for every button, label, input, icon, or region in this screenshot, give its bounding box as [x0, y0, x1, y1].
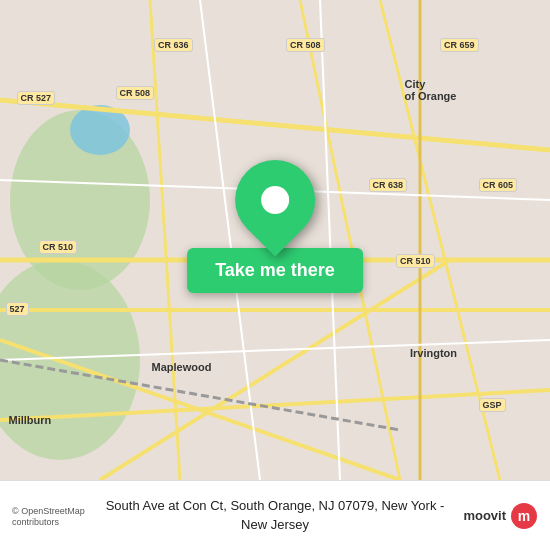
maplewood-label: Maplewood [149, 360, 215, 374]
location-text: South Ave at Con Ct, South Orange, NJ 07… [100, 497, 451, 533]
map-container[interactable]: CR 636 CR 508 CR 659 CR 527 CR 508 Cityo… [0, 0, 550, 480]
osm-attribution: © OpenStreetMap contributors [12, 505, 100, 527]
road-label-cr510-left: CR 510 [39, 240, 78, 254]
millburn-label: Millburn [6, 413, 55, 427]
map-pin [218, 143, 331, 256]
road-label-cr508-mid: CR 508 [116, 86, 155, 100]
road-label-cr638-mid: CR 638 [369, 178, 408, 192]
moovit-logo: moovit m [450, 502, 538, 530]
city-of-orange-label: Cityof Orange [402, 77, 460, 103]
road-label-gsp: GSP [479, 398, 506, 412]
road-label-cr527-left: CR 527 [17, 91, 56, 105]
road-label-cr605: CR 605 [479, 178, 518, 192]
app: CR 636 CR 508 CR 659 CR 527 CR 508 Cityo… [0, 0, 550, 550]
bottom-bar: © OpenStreetMap contributors South Ave a… [0, 480, 550, 550]
svg-text:m: m [518, 508, 530, 524]
pin-button-container: Take me there [187, 160, 363, 293]
moovit-text: moovit [463, 508, 506, 523]
irvington-label: Irvington [407, 346, 460, 360]
road-label-cr508-top: CR 508 [286, 38, 325, 52]
road-label-527-bot: 527 [6, 302, 29, 316]
road-label-cr636: CR 636 [154, 38, 193, 52]
moovit-icon: m [510, 502, 538, 530]
road-label-cr659: CR 659 [440, 38, 479, 52]
pin-inner [261, 186, 289, 214]
road-label-cr510-right: CR 510 [396, 254, 435, 268]
